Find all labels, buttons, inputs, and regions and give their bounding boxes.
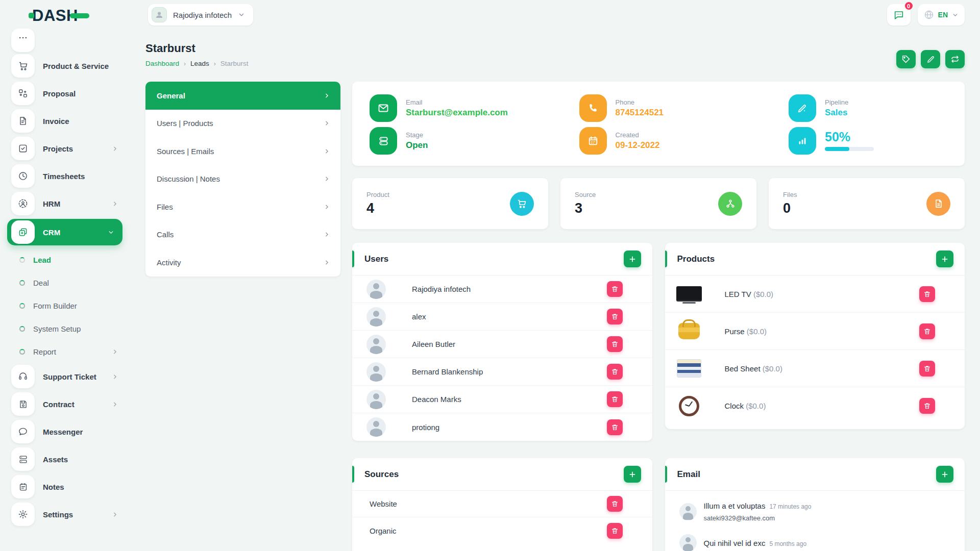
overview-email: Email Starburst@example.com [370,94,579,122]
delete-product-button[interactable] [919,361,935,377]
bullet-ring-icon [19,280,25,286]
sidebar-item-label: Projects [43,144,73,153]
logo-dot [29,13,34,18]
avatar [679,503,697,520]
sidebar: Product & Service Proposal Invoice Proje… [0,30,127,551]
tab-activity[interactable]: Activity [145,248,340,277]
sidebar-item-timesheets[interactable]: Timesheets [0,163,127,189]
sidebar-item-hrm[interactable]: HRM [0,190,127,217]
delete-user-button[interactable] [607,391,623,407]
sidebar-item-contract[interactable]: Contract [0,391,127,417]
add-product-button[interactable] [936,251,953,267]
bullet-ring-icon [19,257,25,263]
globe-icon [924,10,934,20]
delete-user-button[interactable] [607,364,623,380]
sidebar-item-invoice[interactable]: Invoice [0,108,127,134]
workspace-selector[interactable]: Rajodiya infotech [148,4,253,26]
bar-chart-icon [789,127,816,155]
avatar [366,390,386,409]
sidebar-subitem-lead[interactable]: Lead [0,248,127,271]
add-source-button[interactable] [624,466,641,483]
sidebar-item-assets[interactable]: Assets [0,446,127,472]
sidebar-item-label: Contract [43,400,75,409]
user-name: Rajodiya infotech [412,285,471,293]
tab-discussion-notes[interactable]: Discussion | Notes [145,165,340,193]
labels-button[interactable] [896,50,916,68]
projects-icon [11,137,35,160]
chevron-right-icon [324,204,330,210]
chevron-right-icon [324,176,330,182]
product-image-clock [675,395,703,417]
file-icon [926,192,950,216]
chevron-right-icon [324,92,330,99]
sidebar-item-support-ticket[interactable]: Support Ticket [0,363,127,390]
add-email-button[interactable] [936,466,953,483]
overview-probability: 50% [789,127,947,155]
sidebar-item-messenger[interactable]: Messenger [0,418,127,445]
stat-label: Source [575,191,596,198]
overview-stage-value: Open [406,140,428,151]
plus-icon [628,255,636,263]
breadcrumb-separator: › [184,60,186,67]
delete-product-button[interactable] [919,323,935,339]
sidebar-item-crm[interactable]: CRM [7,219,122,245]
delete-user-button[interactable] [607,281,623,297]
refresh-arrows-icon [950,55,960,64]
probability-percent: 50% [825,131,874,143]
delete-product-button[interactable] [919,286,935,302]
edit-button[interactable] [921,50,940,68]
products-card: Products LED TV ($0.0) Purse ($0.0) [665,243,965,429]
sidebar-item-product-service[interactable]: Product & Service [0,53,127,79]
delete-user-button[interactable] [607,336,623,352]
breadcrumb-leads-link[interactable]: Leads [190,60,209,67]
trash-icon [611,423,619,431]
delete-user-button[interactable] [607,419,623,435]
tab-calls[interactable]: Calls [145,221,340,249]
convert-button[interactable] [945,50,965,68]
breadcrumb-separator: › [214,60,216,67]
bullet-ring-icon [19,303,25,309]
chevron-right-icon [324,259,330,266]
sidebar-item-label: Notes [43,483,64,491]
messages-button[interactable]: 0 [887,4,911,26]
sidebar-subitem-deal[interactable]: Deal [0,271,127,294]
user-name: Bernard Blankenship [412,367,483,376]
sidebar-item-projects[interactable]: Projects [0,135,127,162]
sidebar-item-more[interactable] [0,29,127,52]
delete-product-button[interactable] [919,398,935,414]
sidebar-item-notes[interactable]: Notes [0,473,127,500]
sidebar-item-label: Settings [43,510,73,519]
email-time: 5 months ago [769,540,806,547]
cart-icon [11,54,35,78]
sidebar-item-label: Support Ticket [43,372,96,381]
sidebar-subitem-report[interactable]: Report [0,340,127,363]
tag-icon [901,55,911,64]
overview-stage-label: Stage [406,131,428,139]
sidebar-item-proposal[interactable]: Proposal [0,80,127,107]
gear-icon [11,503,35,526]
tab-sources-emails[interactable]: Sources | Emails [145,137,340,165]
invoice-icon [11,109,35,133]
overview-created-label: Created [616,131,660,139]
stat-value: 3 [575,201,596,216]
hierarchy-icon [718,192,742,216]
add-user-button[interactable] [624,251,641,267]
tab-files[interactable]: Files [145,193,340,221]
product-image-tv [675,283,703,305]
delete-user-button[interactable] [607,309,623,324]
breadcrumb-dashboard-link[interactable]: Dashboard [145,60,179,67]
sidebar-subitem-system-setup[interactable]: System Setup [0,317,127,340]
sidebar-subitem-label: Report [33,347,56,356]
product-row: Bed Sheet ($0.0) [665,350,965,387]
delete-source-button[interactable] [607,496,623,512]
tab-users-products[interactable]: Users | Products [145,110,340,138]
source-name: Website [370,499,397,508]
language-selector[interactable]: EN [918,4,965,26]
sidebar-subitem-form-builder[interactable]: Form Builder [0,294,127,317]
sidebar-item-settings[interactable]: Settings [0,501,127,528]
delete-source-button[interactable] [607,523,623,539]
plus-icon [628,470,636,479]
tab-general[interactable]: General [145,82,340,110]
email-time: 17 minutes ago [769,503,811,510]
product-price: ($0.0) [763,364,782,373]
